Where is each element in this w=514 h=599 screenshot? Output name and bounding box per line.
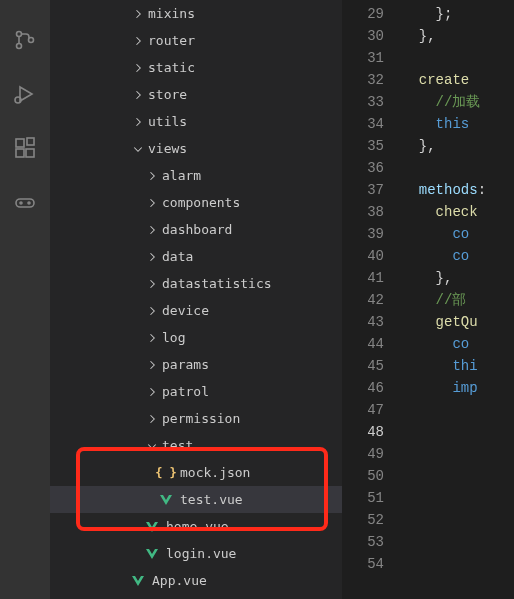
folder-item[interactable]: device — [50, 297, 342, 324]
file-item[interactable]: home.vue — [50, 513, 342, 540]
line-number: 38 — [342, 201, 384, 223]
line-number: 33 — [342, 91, 384, 113]
chevron-right-icon[interactable] — [130, 33, 146, 49]
svg-rect-4 — [16, 139, 24, 147]
line-number: 50 — [342, 465, 384, 487]
line-number: 35 — [342, 135, 384, 157]
line-number: 30 — [342, 25, 384, 47]
chevron-right-icon[interactable] — [144, 384, 160, 400]
chevron-right-icon[interactable] — [144, 357, 160, 373]
code-line[interactable] — [402, 465, 514, 487]
code-line[interactable]: //加载 — [402, 91, 514, 113]
folder-item[interactable]: params — [50, 351, 342, 378]
gamepad-icon[interactable] — [13, 190, 37, 214]
code-line[interactable] — [402, 157, 514, 179]
code-line[interactable] — [402, 399, 514, 421]
folder-item[interactable]: utils — [50, 108, 342, 135]
line-number: 52 — [342, 509, 384, 531]
code-line[interactable]: co — [402, 245, 514, 267]
line-number: 49 — [342, 443, 384, 465]
json-icon: { } — [158, 465, 174, 481]
code-line[interactable]: }; — [402, 3, 514, 25]
code-line[interactable] — [402, 509, 514, 531]
code-line[interactable]: co — [402, 223, 514, 245]
file-item[interactable]: test.vue — [50, 486, 342, 513]
folder-item[interactable]: datastatistics — [50, 270, 342, 297]
chevron-right-icon[interactable] — [144, 411, 160, 427]
chevron-right-icon[interactable] — [144, 195, 160, 211]
code-editor[interactable]: 2930313233343536373839404142434445464748… — [342, 0, 514, 599]
code-line[interactable]: methods: — [402, 179, 514, 201]
folder-item[interactable]: patrol — [50, 378, 342, 405]
line-number: 37 — [342, 179, 384, 201]
chevron-right-icon[interactable] — [130, 114, 146, 130]
chevron-right-icon[interactable] — [144, 249, 160, 265]
folder-item[interactable]: alarm — [50, 162, 342, 189]
code-line[interactable]: }, — [402, 135, 514, 157]
line-number: 32 — [342, 69, 384, 91]
folder-item[interactable]: store — [50, 81, 342, 108]
code-line[interactable]: create — [402, 69, 514, 91]
folder-item[interactable]: views — [50, 135, 342, 162]
run-debug-icon[interactable] — [13, 82, 37, 106]
chevron-right-icon[interactable] — [144, 276, 160, 292]
folder-item[interactable]: data — [50, 243, 342, 270]
extensions-icon[interactable] — [13, 136, 37, 160]
tree-item-label: mock.json — [180, 465, 250, 480]
code-line[interactable]: co — [402, 333, 514, 355]
code-line[interactable]: imp — [402, 377, 514, 399]
line-number: 48 — [342, 421, 384, 443]
code-line[interactable]: thi — [402, 355, 514, 377]
code-line[interactable] — [402, 553, 514, 575]
folder-item[interactable]: router — [50, 27, 342, 54]
folder-item[interactable]: components — [50, 189, 342, 216]
folder-item[interactable]: static — [50, 54, 342, 81]
file-explorer: mixinsrouterstaticstoreutilsviewsalarmco… — [50, 0, 342, 599]
code-line[interactable] — [402, 487, 514, 509]
code-line[interactable]: //部 — [402, 289, 514, 311]
tree-item-label: test.vue — [180, 492, 243, 507]
line-number: 40 — [342, 245, 384, 267]
code-area[interactable]: }; }, create //加载 this }, methods: check… — [402, 0, 514, 599]
code-line[interactable] — [402, 421, 514, 443]
folder-item[interactable]: mixins — [50, 0, 342, 27]
code-line[interactable]: check — [402, 201, 514, 223]
code-line[interactable] — [402, 47, 514, 69]
file-item[interactable]: { }mock.json — [50, 459, 342, 486]
tree-item-label: dashboard — [162, 222, 232, 237]
folder-item[interactable]: log — [50, 324, 342, 351]
tree-item-label: permission — [162, 411, 240, 426]
tree-item-label: params — [162, 357, 209, 372]
chevron-right-icon[interactable] — [144, 303, 160, 319]
chevron-right-icon[interactable] — [130, 60, 146, 76]
chevron-down-icon[interactable] — [130, 141, 146, 157]
chevron-right-icon[interactable] — [130, 87, 146, 103]
file-item[interactable]: App.vue — [50, 567, 342, 594]
tree-item-label: alarm — [162, 168, 201, 183]
svg-point-10 — [28, 202, 30, 204]
vue-icon — [144, 519, 160, 535]
code-line[interactable]: }, — [402, 25, 514, 47]
folder-item[interactable]: test — [50, 432, 342, 459]
file-item[interactable]: login.vue — [50, 540, 342, 567]
code-line[interactable]: }, — [402, 267, 514, 289]
chevron-right-icon[interactable] — [144, 168, 160, 184]
code-line[interactable]: this — [402, 113, 514, 135]
folder-item[interactable]: permission — [50, 405, 342, 432]
line-number: 42 — [342, 289, 384, 311]
tree-item-label: patrol — [162, 384, 209, 399]
svg-rect-7 — [27, 138, 34, 145]
code-line[interactable] — [402, 443, 514, 465]
folder-item[interactable]: dashboard — [50, 216, 342, 243]
source-control-icon[interactable] — [13, 28, 37, 52]
tree-item-label: home.vue — [166, 519, 229, 534]
chevron-right-icon[interactable] — [144, 222, 160, 238]
tree-item-label: store — [148, 87, 187, 102]
tree-item-label: device — [162, 303, 209, 318]
chevron-right-icon[interactable] — [130, 6, 146, 22]
chevron-down-icon[interactable] — [144, 438, 160, 454]
code-line[interactable] — [402, 531, 514, 553]
code-line[interactable]: getQu — [402, 311, 514, 333]
svg-point-2 — [29, 38, 34, 43]
chevron-right-icon[interactable] — [144, 330, 160, 346]
